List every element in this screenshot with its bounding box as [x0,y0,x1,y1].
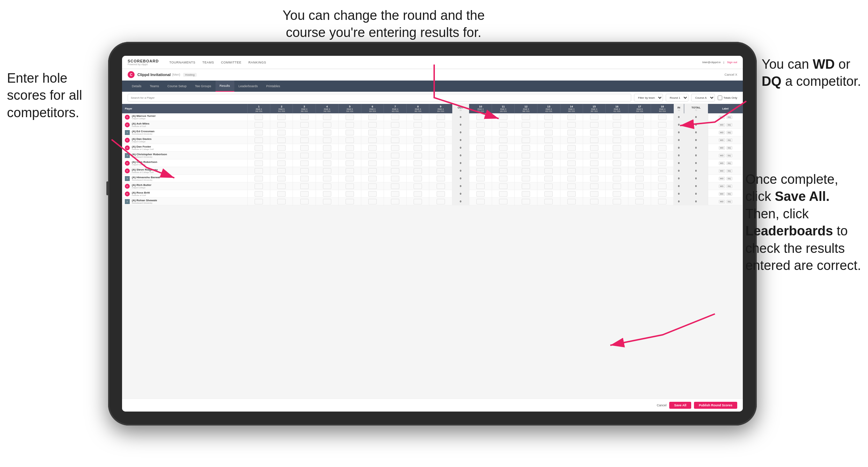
hole-6-input[interactable] [368,199,377,204]
wd-button[interactable]: WD [719,169,725,173]
hole-9-input[interactable] [437,199,445,204]
hole-7-input[interactable] [391,191,399,197]
score-cell-hole-1[interactable] [248,175,270,182]
hole-13-input[interactable] [544,145,553,151]
publish-round-scores-button[interactable]: Publish Round Scores [694,402,737,409]
hole-12-input[interactable] [522,137,530,143]
hole-10-input[interactable] [476,114,485,120]
hole-14-input[interactable] [567,176,576,181]
score-cell-hole-1[interactable] [248,198,270,205]
hole-7-input[interactable] [391,160,399,166]
hole-8-input[interactable] [414,137,422,143]
score-cell-hole-4[interactable] [316,121,338,129]
hole-4-input[interactable] [323,191,331,197]
hole-7-input[interactable] [391,199,399,204]
score-cell-hole-13[interactable] [537,121,560,129]
hole-11-input[interactable] [499,137,507,143]
tab-details[interactable]: Details [128,81,146,92]
hole-4-input[interactable] [323,199,331,204]
score-cell-hole-18[interactable] [651,175,674,182]
hole-1-input[interactable] [255,145,263,151]
hole-13-input[interactable] [544,130,553,135]
score-cell-hole-3[interactable] [293,175,316,182]
hole-13-input[interactable] [544,191,553,197]
hole-11-input[interactable] [499,191,507,197]
hole-18-input[interactable] [658,176,666,181]
hole-6-input[interactable] [368,114,377,120]
score-cell-hole-16[interactable] [605,190,628,198]
score-cell-hole-1[interactable] [248,159,270,167]
score-cell-hole-18[interactable] [651,113,674,121]
score-cell-hole-14[interactable] [560,167,583,175]
score-cell-hole-6[interactable] [361,159,384,167]
hole-1-input[interactable] [255,199,263,204]
hole-7-input[interactable] [391,183,399,189]
hole-15-input[interactable] [590,153,598,158]
hole-16-input[interactable] [613,130,621,135]
hole-1-input[interactable] [255,160,263,166]
hole-11-input[interactable] [499,168,507,174]
score-cell-hole-10[interactable] [469,144,492,152]
score-cell-hole-18[interactable] [651,167,674,175]
score-cell-hole-16[interactable] [605,121,628,129]
hole-9-input[interactable] [437,160,445,166]
hole-8-input[interactable] [414,199,422,204]
score-cell-hole-18[interactable] [651,136,674,144]
score-cell-hole-6[interactable] [361,136,384,144]
hole-5-input[interactable] [346,137,354,143]
dq-button[interactable]: DQ [726,146,732,150]
hole-5-input[interactable] [346,153,354,158]
hole-17-input[interactable] [635,122,644,128]
hole-9-input[interactable] [437,191,445,197]
score-cell-hole-16[interactable] [605,136,628,144]
wd-button[interactable]: WD [719,200,725,203]
score-cell-hole-17[interactable] [628,167,651,175]
score-cell-hole-11[interactable] [492,182,515,190]
hole-4-input[interactable] [323,153,331,158]
score-cell-hole-7[interactable] [384,190,407,198]
score-cell-hole-5[interactable] [338,129,361,136]
score-cell-hole-12[interactable] [515,121,537,129]
tab-course-setup[interactable]: Course Setup [163,81,191,92]
hole-5-input[interactable] [346,176,354,181]
hole-8-input[interactable] [414,114,422,120]
score-cell-hole-6[interactable] [361,175,384,182]
dq-button[interactable]: DQ [726,192,732,196]
score-cell-hole-17[interactable] [628,152,651,159]
hole-7-input[interactable] [391,122,399,128]
hole-12-input[interactable] [522,130,530,135]
hole-10-input[interactable] [476,191,485,197]
hole-14-input[interactable] [567,137,576,143]
score-cell-hole-4[interactable] [316,136,338,144]
score-cell-hole-6[interactable] [361,144,384,152]
hole-17-input[interactable] [635,114,644,120]
wd-button[interactable]: WD [719,115,725,119]
hole-16-input[interactable] [613,199,621,204]
hole-14-input[interactable] [567,191,576,197]
hole-11-input[interactable] [499,114,507,120]
hole-2-input[interactable] [277,176,286,181]
hole-15-input[interactable] [590,114,598,120]
hole-12-input[interactable] [522,199,530,204]
hole-13-input[interactable] [544,153,553,158]
score-cell-hole-12[interactable] [515,190,537,198]
score-cell-hole-2[interactable] [270,159,293,167]
score-cell-hole-2[interactable] [270,175,293,182]
score-cell-hole-3[interactable] [293,136,316,144]
score-cell-hole-5[interactable] [338,121,361,129]
hole-15-input[interactable] [590,176,598,181]
hole-17-input[interactable] [635,191,644,197]
hole-9-input[interactable] [437,176,445,181]
score-cell-hole-7[interactable] [384,159,407,167]
score-cell-hole-12[interactable] [515,152,537,159]
score-cell-hole-8[interactable] [407,129,429,136]
score-cell-hole-14[interactable] [560,144,583,152]
hole-8-input[interactable] [414,160,422,166]
score-cell-hole-3[interactable] [293,144,316,152]
hole-3-input[interactable] [300,183,309,189]
hole-15-input[interactable] [590,122,598,128]
hole-6-input[interactable] [368,153,377,158]
score-cell-hole-13[interactable] [537,167,560,175]
hole-9-input[interactable] [437,130,445,135]
score-cell-hole-6[interactable] [361,167,384,175]
